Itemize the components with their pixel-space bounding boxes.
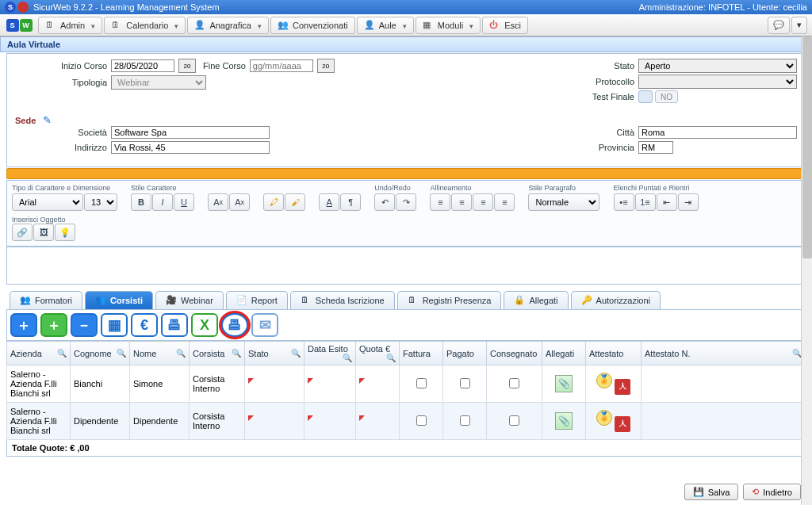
menu-esci[interactable]: ⏻Esci [482, 17, 528, 34]
search-icon[interactable]: 🔍 [386, 354, 396, 362]
euro-button[interactable]: € [131, 313, 158, 337]
align-left-button[interactable]: ≡ [430, 193, 450, 211]
edit-icon[interactable]: ✎ [43, 114, 52, 126]
link-button[interactable]: 🔗 [12, 224, 33, 241]
test-toggle[interactable]: NO [655, 90, 678, 103]
mail-button[interactable]: ✉ [251, 313, 278, 337]
align-justify-button[interactable]: ≡ [494, 193, 515, 211]
image-button[interactable]: 🖼 [33, 224, 54, 241]
idea-button[interactable]: 💡 [55, 224, 75, 241]
tab-webinar[interactable]: 🎥Webinar [155, 291, 224, 309]
inizio-corso-input[interactable] [111, 59, 174, 72]
save-button[interactable]: 💾Salva [684, 484, 739, 500]
certificate-icon[interactable] [596, 410, 612, 426]
search-icon[interactable]: 🔍 [117, 349, 126, 358]
calendar-icon[interactable]: 20 [317, 59, 335, 73]
calendar-icon[interactable]: 20 [178, 59, 196, 73]
back-button[interactable]: ⟲Indietro [743, 484, 801, 500]
menu-anagrafica[interactable]: 👤Anagrafica [187, 17, 269, 34]
tab-formatori[interactable]: 👥Formatori [10, 291, 82, 309]
search-icon[interactable]: 🔍 [57, 349, 67, 358]
bullet-list-button[interactable]: •≡ [614, 193, 634, 211]
indent-button[interactable]: ⇥ [678, 193, 699, 211]
attachment-icon[interactable]: 📎 [555, 412, 573, 430]
menu-aule[interactable]: 👤Aule [357, 17, 414, 34]
bold-button[interactable]: B [131, 193, 151, 211]
provincia-input[interactable] [638, 141, 673, 154]
tab-autorizzazioni[interactable]: 🔑Autorizzazioni [571, 291, 661, 309]
add-green-button[interactable]: ＋ [40, 313, 67, 337]
underline-button[interactable]: U [174, 193, 194, 211]
brush-button[interactable]: 🖌 [285, 193, 305, 211]
outdent-button[interactable]: ⇤ [657, 193, 677, 211]
cell-quota[interactable] [356, 403, 400, 440]
redo-button[interactable]: ↷ [396, 193, 416, 211]
col-consegnato[interactable]: Consegnato [487, 342, 542, 365]
tipologia-select[interactable]: Webinar [111, 75, 206, 90]
cell-data-esito[interactable] [304, 365, 356, 403]
search-icon[interactable]: 🔍 [176, 349, 186, 358]
indirizzo-input[interactable] [111, 141, 270, 154]
superscript-button[interactable]: Ax [229, 193, 250, 211]
col-cognome[interactable]: Cognome🔍 [71, 342, 130, 365]
col-quota[interactable]: Quota €🔍 [356, 342, 400, 365]
col-attestato-n[interactable]: Attestato N.🔍 [642, 342, 806, 365]
col-attestato[interactable]: Attestato [586, 342, 642, 365]
grid-button[interactable]: ▦ [101, 313, 128, 337]
pagato-checkbox[interactable] [460, 378, 470, 388]
tab-report[interactable]: 📄Report [226, 291, 288, 309]
print-button[interactable]: 🖶 [161, 313, 188, 337]
protocollo-select[interactable] [638, 75, 797, 89]
col-corsista[interactable]: Corsista🔍 [190, 342, 245, 365]
pdf-icon[interactable]: 人 [615, 379, 630, 395]
menu-chat[interactable]: 💬 [768, 17, 790, 34]
cell-data-esito[interactable] [304, 403, 356, 440]
fattura-checkbox[interactable] [416, 378, 427, 388]
menu-moduli[interactable]: ▦Moduli [416, 17, 481, 34]
add-button[interactable]: ＋ [10, 313, 37, 337]
menu-calendario[interactable]: 🗓Calendario [104, 17, 186, 34]
col-stato[interactable]: Stato🔍 [245, 342, 304, 365]
subscript-button[interactable]: Ax [208, 193, 228, 211]
table-row[interactable]: Salerno - Azienda F.lli Bianchi srlBianc… [7, 365, 806, 403]
undo-button[interactable]: ↶ [374, 193, 395, 211]
cell-quota[interactable] [356, 365, 400, 403]
excel-button[interactable]: X [191, 313, 218, 337]
font-size-select[interactable]: 13 [84, 193, 117, 211]
citta-input[interactable] [638, 126, 797, 139]
menu-convenzionati[interactable]: 👥Convenzionati [270, 17, 355, 34]
menu-admin[interactable]: 🗓Admin [38, 17, 102, 34]
consegnato-checkbox[interactable] [509, 378, 519, 388]
cell-stato[interactable] [245, 365, 304, 403]
col-data-esito[interactable]: Data Esito🔍 [304, 342, 356, 365]
tab-registri[interactable]: 🗓Registri Presenza [397, 291, 502, 309]
collapse-bar[interactable] [6, 168, 806, 179]
align-right-button[interactable]: ≡ [473, 193, 493, 211]
col-nome[interactable]: Nome🔍 [130, 342, 190, 365]
fine-corso-input[interactable] [250, 59, 313, 72]
search-icon[interactable]: 🔍 [291, 349, 301, 358]
attachment-icon[interactable]: 📎 [555, 375, 573, 392]
paragraph-button[interactable]: ¶ [340, 193, 361, 211]
fontcolor-button[interactable]: A [319, 193, 339, 211]
paragraph-style-select[interactable]: Normale [528, 193, 599, 211]
stato-select[interactable]: Aperto [638, 59, 797, 73]
col-azienda[interactable]: Azienda🔍 [7, 342, 71, 365]
print-highlighted-button[interactable]: 🖶 [221, 313, 248, 337]
search-icon[interactable]: 🔍 [232, 349, 241, 358]
italic-button[interactable]: I [152, 193, 173, 211]
consegnato-checkbox[interactable] [509, 415, 519, 426]
vertical-scrollbar[interactable] [801, 36, 812, 505]
col-pagato[interactable]: Pagato [443, 342, 487, 365]
font-family-select[interactable]: Arial [12, 193, 83, 211]
tab-allegati[interactable]: 🔒Allegati [504, 291, 568, 309]
menu-more[interactable]: ▾ [791, 17, 807, 34]
remove-button[interactable]: － [71, 313, 98, 337]
pagato-checkbox[interactable] [460, 415, 470, 426]
search-icon[interactable]: 🔍 [343, 354, 352, 362]
number-list-button[interactable]: 1≡ [635, 193, 656, 211]
align-center-button[interactable]: ≡ [451, 193, 472, 211]
pdf-icon[interactable]: 人 [615, 416, 630, 432]
tab-corsisti[interactable]: 👥Corsisti [85, 291, 153, 309]
editor-area[interactable] [6, 247, 806, 285]
